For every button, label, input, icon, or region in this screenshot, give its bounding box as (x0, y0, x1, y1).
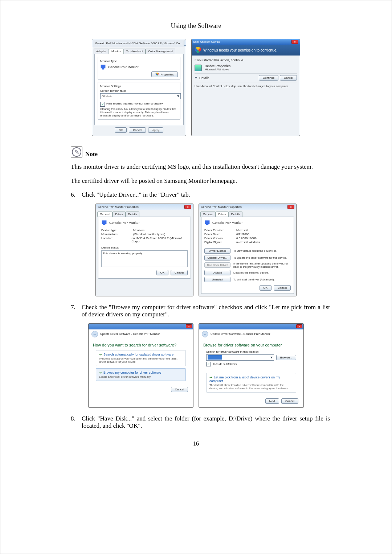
properties-button[interactable]: Properties (151, 71, 178, 77)
close-button[interactable]: × (186, 324, 192, 328)
step-8: 8. Click "Have Disk..." and select the f… (71, 415, 330, 430)
device-type-value: Monitors (133, 229, 144, 232)
back-arrow-icon[interactable]: ← (202, 331, 208, 337)
location-combobox[interactable] (206, 354, 274, 361)
step-text: Check the "Browse my computer for driver… (82, 304, 330, 318)
cancel-button[interactable]: Cancel (274, 285, 291, 291)
page-header: Using the Software (62, 22, 330, 30)
step-text: Click "Have Disk..." and select the fold… (82, 415, 330, 430)
manufacturer-value: (Standard monitor types) (133, 233, 165, 236)
browse-button[interactable]: Browse... (276, 355, 296, 360)
tab-adapter[interactable]: Adapter (94, 49, 109, 54)
signer-key: Digital Signer: (204, 241, 233, 244)
uninstall-desc: To uninstall the driver (Advanced). (233, 278, 291, 281)
disable-button[interactable]: Disable (204, 270, 230, 275)
tab-color-management[interactable]: Color Management (146, 49, 175, 54)
monitor-icon (204, 220, 210, 226)
date-value: 6/21/2006 (236, 233, 249, 236)
back-arrow-icon[interactable]: ← (91, 331, 98, 337)
breadcrumb-text: Update Driver Software - Generic PnP Mon… (100, 332, 160, 336)
tab-monitor[interactable]: Monitor (109, 49, 124, 54)
signer-value: microsoft windows (236, 241, 260, 244)
screenshots-row-1: Generic PnP Monitor and NVIDIA GeForce 6… (69, 39, 323, 136)
rollback-driver-button[interactable]: Roll Back Driver (204, 262, 230, 268)
group-title: Monitor Type (100, 59, 178, 63)
pencil-icon: ✎ (72, 147, 81, 157)
close-button[interactable]: × (291, 40, 298, 44)
device-properties-general: Generic PnP Monitor Properties × General… (95, 204, 193, 296)
close-button[interactable]: × (296, 324, 302, 328)
monitor-name: Generic PnP Monitor (108, 65, 138, 69)
continue-button[interactable]: Continue (259, 75, 278, 81)
divider (62, 32, 330, 32)
driver-details-button[interactable]: Driver Details (204, 248, 230, 254)
screenshots-row-2: Generic PnP Monitor Properties × General… (69, 204, 323, 296)
option-search-automatically[interactable]: ➔Search automatically for updated driver… (96, 350, 186, 366)
window-title: Generic PnP Monitor and NVIDIA GeForce 6… (95, 42, 182, 45)
close-button[interactable]: × (287, 205, 294, 209)
breadcrumb: ← Update Driver Software - Generic PnP M… (199, 329, 303, 339)
cancel-button[interactable]: Cancel (171, 387, 188, 392)
window-titlebar: Generic PnP Monitor Properties × (199, 204, 296, 210)
update-driver-wizard-left: × ← Update Driver Software - Generic PnP… (88, 323, 193, 408)
dialog-buttons: OK Cancel Apply (92, 127, 186, 133)
tab-general[interactable]: General (97, 212, 113, 217)
cancel-button[interactable]: Cancel (281, 398, 298, 404)
monitor-icon (101, 220, 107, 226)
option-pick-from-list[interactable]: ➔Let me pick from a list of device drive… (206, 373, 296, 393)
option-subtitle: Locate and install driver software manua… (99, 375, 183, 378)
tab-details[interactable]: Details (126, 212, 139, 217)
uninstall-button[interactable]: Uninstall (204, 277, 230, 282)
option-browse-manually[interactable]: ➔Browse my computer for driver software … (96, 368, 186, 381)
hide-modes-checkbox-row[interactable]: ✓ Hide modes that this monitor cannot di… (100, 102, 178, 107)
window-titlebar: × (199, 324, 303, 329)
include-subfolders-row[interactable]: ✓ Include subfolders (206, 362, 296, 366)
chevron-down-icon (195, 77, 197, 79)
tab-troubleshoot[interactable]: Troubleshoot (124, 49, 146, 54)
apply-button[interactable]: Apply (148, 127, 163, 133)
manufacturer-key: Manufacturer: (101, 233, 130, 236)
option-title: Browse my computer for driver software (103, 371, 161, 374)
step-text: Click "Update Driver..." in the "Driver"… (82, 191, 190, 198)
tab-driver[interactable]: Driver (216, 212, 228, 217)
close-button[interactable]: × (184, 205, 191, 209)
checkbox-icon: ✓ (100, 102, 105, 107)
tab-general[interactable]: General (200, 212, 216, 217)
uac-item-publisher: Microsoft Windows (205, 68, 230, 71)
cancel-button[interactable]: Cancel (280, 75, 297, 81)
group-title: Monitor Settings (100, 85, 178, 88)
cancel-button[interactable]: Cancel (129, 127, 146, 133)
tab-driver[interactable]: Driver (113, 212, 125, 217)
window-title: User Account Control (193, 40, 221, 44)
note-icon: ✎ (71, 146, 82, 158)
details-toggle[interactable]: Details (199, 76, 209, 80)
tab-details[interactable]: Details (229, 212, 242, 217)
wizard-heading: How do you want to search for driver sof… (93, 343, 189, 347)
window-titlebar: × (89, 324, 193, 329)
refresh-rate-label: Screen refresh rate: (100, 89, 178, 93)
ok-button[interactable]: OK (156, 270, 169, 275)
uac-banner: Windows needs your permission to contion… (192, 45, 300, 56)
next-button[interactable]: Next (265, 398, 279, 404)
uac-footnote: User Account Control helps stop unauthor… (195, 85, 297, 88)
update-driver-wizard-right: × ← Update Driver Software - Generic PnP… (199, 323, 304, 408)
help-button[interactable]: ? (184, 41, 186, 46)
hide-modes-label: Hide modes that this monitor cannot disp… (106, 102, 163, 105)
arrow-icon: ➔ (99, 353, 102, 356)
ok-button[interactable]: OK (115, 127, 127, 133)
status-textarea: This device is working properly. (101, 250, 188, 267)
step-number: 7. (71, 304, 82, 318)
option-title: Let me pick from a list of device driver… (209, 376, 280, 383)
step-7: 7. Check the "Browse my computer for dri… (71, 304, 330, 318)
monitor-type-group: Monitor Type Generic PnP Monitor Propert… (98, 57, 180, 80)
page-number: 16 (62, 440, 330, 447)
ok-button[interactable]: OK (260, 285, 272, 291)
uac-dialog: User Account Control × Windows needs you… (191, 39, 300, 136)
option-subtitle: Windows will search your computer and th… (99, 357, 183, 364)
search-location-label: Search for driver software in this locat… (206, 350, 296, 353)
update-driver-button[interactable]: Update Driver... (204, 255, 230, 260)
note-body-1: This monitor driver is under certifying … (71, 163, 330, 171)
cancel-button[interactable]: Cancel (171, 270, 188, 275)
refresh-rate-select[interactable]: 60 Hertz (100, 93, 181, 99)
device-name: Generic PnP Monitor (109, 221, 139, 225)
